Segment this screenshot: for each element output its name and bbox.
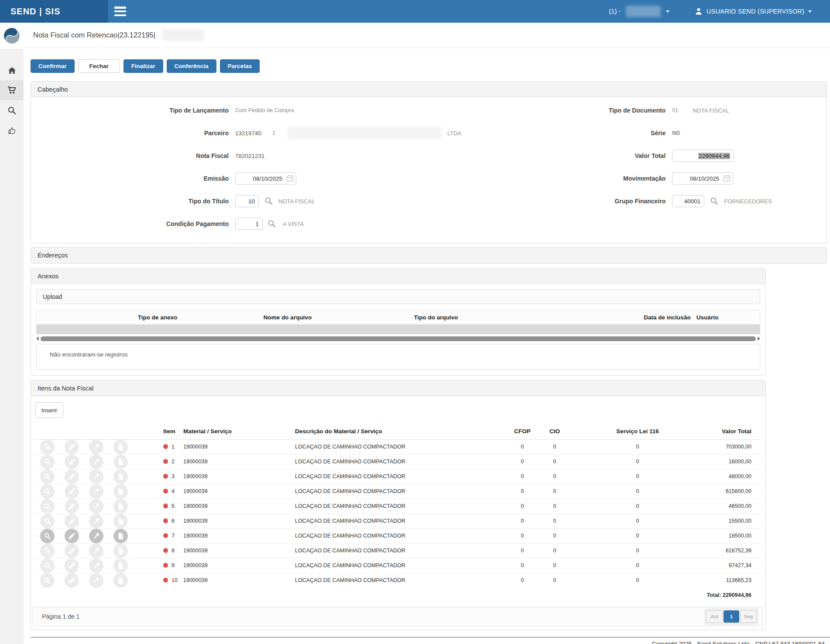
row-document-button[interactable] [113,558,128,573]
conferencia-button[interactable]: Conferência [167,59,216,73]
pencil-icon [68,443,75,451]
row-gavel-button[interactable] [89,573,103,588]
panel-anexos-header[interactable]: Anexos [31,268,765,284]
row-document-button[interactable] [113,455,128,469]
cfop-value: 0 [506,484,538,499]
row-edit-button[interactable] [65,544,79,558]
gavel-icon [93,517,100,525]
panel-cabecalho-header[interactable]: Cabeçalho [31,82,827,97]
row-document-button[interactable] [113,529,128,543]
row-view-button[interactable] [40,499,55,514]
row-edit-button[interactable] [65,514,79,528]
cio-value: 0 [538,543,571,558]
row-view-button[interactable] [40,455,55,469]
servico-lei-value: 0 [571,484,704,499]
emissao-date-input[interactable]: 08/10/2025 [235,172,296,185]
pencil-icon [68,577,75,584]
horizontal-scrollbar[interactable] [36,335,760,342]
attachments-empty-row [36,325,760,334]
fechar-button[interactable]: Fechar [78,59,120,73]
grupo-financeiro-lookup-icon[interactable] [710,197,718,206]
file-icon [117,458,124,466]
pagination-next-button[interactable]: Seg [741,610,756,623]
field-label: Parceiro [31,130,229,137]
user-menu[interactable]: USUARIO SEND (SUPERVISOR) [695,7,812,15]
row-document-button[interactable] [113,499,128,514]
row-view-button[interactable] [40,573,55,588]
scrollbar-thumb[interactable] [41,336,756,341]
row-gavel-button[interactable] [89,514,103,528]
row-view-button[interactable] [40,440,55,454]
parceiro-seq: 1 [272,130,275,136]
valor-total-value: 616752,39 [704,543,761,558]
row-gavel-button[interactable] [89,544,103,558]
row-view-button[interactable] [40,558,55,573]
row-view-button[interactable] [40,544,55,558]
row-document-button[interactable] [113,573,128,588]
row-edit-button[interactable] [65,499,79,514]
row-document-button[interactable] [113,544,128,558]
row-gavel-button[interactable] [89,469,103,484]
page-title-redacted [162,29,204,41]
sidebar-item-search[interactable] [0,100,24,120]
hamburger-menu-icon[interactable] [114,7,126,16]
sidebar-item-approvals[interactable] [0,120,24,140]
inserir-button[interactable]: Inserir [35,402,63,418]
row-edit-button[interactable] [65,440,79,454]
calendar-icon[interactable] [723,175,731,182]
row-edit-button[interactable] [65,558,79,573]
row-view-button[interactable] [40,469,55,484]
row-edit-button[interactable] [65,484,79,499]
sidebar-item-purchases[interactable] [0,80,24,100]
calendar-icon[interactable] [286,175,294,182]
row-document-button[interactable] [113,440,128,454]
row-edit-button[interactable] [65,573,79,588]
row-gavel-button[interactable] [89,484,103,499]
table-row: 4 19000039 LOCAÇAO DE CAMINHAO COMPACTAD… [34,484,761,499]
row-document-button[interactable] [113,484,128,499]
status-dot [163,444,168,449]
tipo-titulo-input[interactable]: 10 [235,195,259,207]
panel-itens-header[interactable]: Itens da Nota Fiscal [31,380,765,396]
row-gavel-button[interactable] [89,499,103,514]
table-row: 1 19000039 LOCAÇAO DE CAMINHAO COMPACTAD… [34,439,761,454]
sidebar-item-home[interactable] [0,60,24,80]
form-right-column: Tipo de Documento 01 NOTA FISCAL Série N… [461,99,827,235]
row-gavel-button[interactable] [89,440,103,454]
condicao-pagamento-input[interactable]: 1 [235,218,263,230]
row-edit-button[interactable] [65,455,79,469]
row-view-button[interactable] [40,484,55,499]
row-actions [34,544,163,558]
items-total-row: Total: 2290944,96 [34,588,761,603]
scroll-left-icon[interactable] [36,336,39,341]
pagination-prev-button[interactable]: Ant [707,610,722,623]
field-label: Emissão [31,175,229,182]
row-gavel-button[interactable] [89,558,103,573]
row-view-button[interactable] [40,529,55,543]
panel-enderecos-header[interactable]: Endereços [31,247,827,263]
scroll-right-icon[interactable] [758,336,760,341]
row-actions [34,469,163,484]
valor-total-value: 46500,00 [704,499,761,514]
condicao-pagamento-lookup-icon[interactable] [267,219,276,228]
search-icon [44,517,51,525]
tipo-titulo-lookup-icon[interactable] [264,197,273,206]
row-gavel-button[interactable] [89,455,103,469]
row-edit-button[interactable] [65,469,79,484]
upload-section-header[interactable]: Upload [36,289,760,304]
row-edit-button[interactable] [65,529,79,543]
pagination-page-1-button[interactable]: 1 [724,610,739,623]
finalizar-button[interactable]: Finalizar [123,59,163,73]
row-view-button[interactable] [40,514,55,528]
row-document-button[interactable] [113,514,128,528]
row-actions [34,514,163,528]
valor-total-input[interactable]: 2290944,96 [672,150,734,162]
confirmar-button[interactable]: Confirmar [31,59,75,73]
grupo-financeiro-input[interactable]: 40001 [672,195,704,207]
row-gavel-button[interactable] [89,529,103,543]
company-selector[interactable]: (1) - [609,6,670,17]
row-document-button[interactable] [113,469,128,484]
parcelas-button[interactable]: Parcelas [220,59,260,73]
movimentacao-date-input[interactable]: 08/10/2025 [672,172,733,185]
cfop-value: 0 [506,573,538,588]
